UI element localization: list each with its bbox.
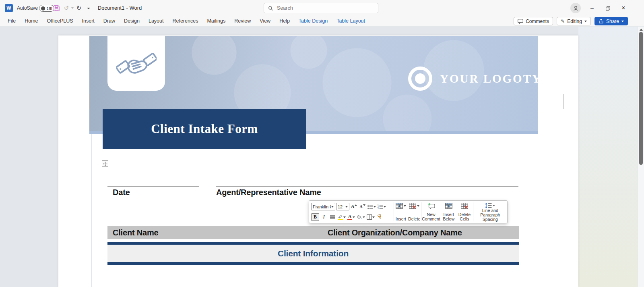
redo-button[interactable]: ↻	[75, 4, 83, 12]
handshake-icon	[116, 50, 157, 78]
delete-cells-button[interactable]: Delete Cells	[456, 201, 473, 223]
redo-icon: ↻	[76, 4, 82, 12]
bullets-chevron-icon	[374, 206, 376, 208]
tab-mailings[interactable]: Mailings	[202, 16, 230, 26]
font-name-dropdown[interactable]: Franklin Go	[311, 203, 335, 210]
search-input[interactable]	[277, 5, 369, 11]
minimize-button[interactable]: –	[583, 0, 601, 16]
font-color-chevron-icon	[353, 216, 355, 218]
save-button[interactable]	[52, 4, 60, 12]
save-icon	[54, 5, 60, 11]
shading-button[interactable]	[356, 213, 365, 221]
bold-button[interactable]: B	[311, 213, 319, 221]
share-button[interactable]: Share	[594, 17, 628, 25]
customize-quick-access-button[interactable]	[85, 4, 93, 12]
tab-table-design[interactable]: Table Design	[294, 16, 332, 26]
search-icon	[268, 6, 273, 11]
highlight-button[interactable]	[337, 213, 346, 221]
document-page[interactable]: YOUR LOGOTYPE Client Intake Form	[58, 35, 578, 287]
bullets-button[interactable]	[367, 203, 376, 211]
line-spacing-button[interactable]: Line and Paragraph Spacing	[473, 201, 507, 223]
numbering-button[interactable]: 123	[377, 203, 386, 211]
tab-review[interactable]: Review	[230, 16, 255, 26]
tab-references[interactable]: References	[168, 16, 202, 26]
comments-button[interactable]: Comments	[514, 17, 553, 25]
grow-font-icon: A	[351, 204, 355, 210]
borders-grid-icon	[367, 214, 372, 220]
justify-button[interactable]	[328, 213, 336, 221]
tab-insert[interactable]: Insert	[78, 16, 99, 26]
document-area: YOUR LOGOTYPE Client Intake Form	[0, 27, 644, 287]
scrollbar-up-arrow-icon[interactable]	[640, 29, 643, 31]
font-size-dropdown[interactable]: 12	[336, 203, 349, 210]
svg-text:3: 3	[378, 208, 379, 209]
numbering-icon: 123	[378, 204, 383, 209]
insert-below-button[interactable]: Insert Below	[441, 201, 456, 223]
line-spacing-icon	[485, 203, 492, 208]
new-comment-button[interactable]: New Comment	[421, 201, 441, 223]
client-information-band[interactable]: Client Information	[107, 245, 519, 262]
form-title: Client Intake Form	[151, 122, 258, 136]
delete-table-button[interactable]: Delete	[408, 201, 421, 223]
editing-label: Editing	[567, 19, 582, 24]
table-move-handle[interactable]	[102, 160, 108, 167]
ribbon-tab-row: File Home OfficePLUS Insert Draw Design …	[0, 16, 644, 26]
borders-button[interactable]	[366, 213, 375, 221]
tab-design[interactable]: Design	[120, 16, 144, 26]
undo-dropdown-icon[interactable]	[71, 7, 74, 9]
font-name-chevron-icon	[331, 206, 334, 208]
insert-below-icon	[445, 203, 452, 209]
tab-draw[interactable]: Draw	[99, 16, 120, 26]
font-size-value: 12	[338, 204, 343, 209]
search-box[interactable]	[264, 3, 378, 13]
toggle-knob-icon	[41, 6, 45, 10]
numbering-chevron-icon	[384, 206, 386, 208]
undo-button[interactable]: ↺	[62, 4, 70, 12]
field-client-organization[interactable]: Client Organization/Company Name	[328, 228, 462, 237]
share-icon	[599, 19, 604, 24]
font-color-button[interactable]: A	[347, 213, 355, 221]
grow-caret-icon	[355, 204, 357, 206]
section-client-information: Client Information	[278, 249, 349, 258]
justify-icon	[330, 215, 335, 219]
title-banner[interactable]: Client Intake Form	[103, 109, 306, 149]
editing-dropdown-icon	[584, 21, 587, 22]
grow-font-button[interactable]: A	[350, 203, 358, 211]
tab-view[interactable]: View	[255, 16, 275, 26]
tab-help[interactable]: Help	[275, 16, 294, 26]
tab-home[interactable]: Home	[20, 16, 42, 26]
client-name-row[interactable]: Client Name Client Organization/Company …	[107, 226, 519, 239]
section-divider-top	[107, 242, 519, 245]
customize-toolbar-icon	[87, 7, 91, 10]
bold-icon: B	[314, 214, 317, 220]
field-date[interactable]: Date	[113, 188, 130, 197]
tab-table-layout[interactable]: Table Layout	[332, 16, 369, 26]
scrollbar-thumb[interactable]	[639, 32, 643, 165]
shrink-font-button[interactable]: A	[359, 203, 366, 211]
tab-officeplus[interactable]: OfficePLUS	[43, 16, 78, 26]
restore-button[interactable]	[599, 0, 617, 16]
delete-chevron-icon	[417, 205, 419, 207]
tab-layout[interactable]: Layout	[144, 16, 168, 26]
delete-label: Delete	[408, 217, 420, 221]
shrink-font-icon: A	[359, 204, 362, 209]
vertical-scrollbar[interactable]	[638, 27, 644, 287]
minimize-icon: –	[590, 5, 594, 11]
titlebar: W AutoSave Off ↺ ↻ Document1 - Word – ×	[0, 0, 644, 16]
text-boundary-line	[91, 134, 92, 287]
person-icon	[573, 5, 579, 11]
user-avatar[interactable]	[570, 3, 581, 13]
close-button[interactable]: ×	[615, 0, 632, 16]
logotype-text: YOUR LOGOTYPE	[440, 72, 559, 85]
table-border-agent	[216, 186, 518, 187]
crop-mark-left-vertical	[89, 94, 90, 109]
format-painter-button[interactable]	[376, 213, 384, 221]
insert-table-button[interactable]: Insert	[394, 201, 407, 223]
field-agent-name[interactable]: Agent/Representative Name	[216, 188, 321, 197]
app-background	[578, 27, 644, 287]
tab-file[interactable]: File	[3, 16, 20, 26]
mini-toolbar-font-section: Franklin Go 12 A A 123	[309, 201, 394, 223]
editing-mode-button[interactable]: ✎ Editing	[557, 17, 591, 25]
italic-button[interactable]: I	[320, 213, 328, 221]
field-client-name[interactable]: Client Name	[113, 228, 158, 237]
